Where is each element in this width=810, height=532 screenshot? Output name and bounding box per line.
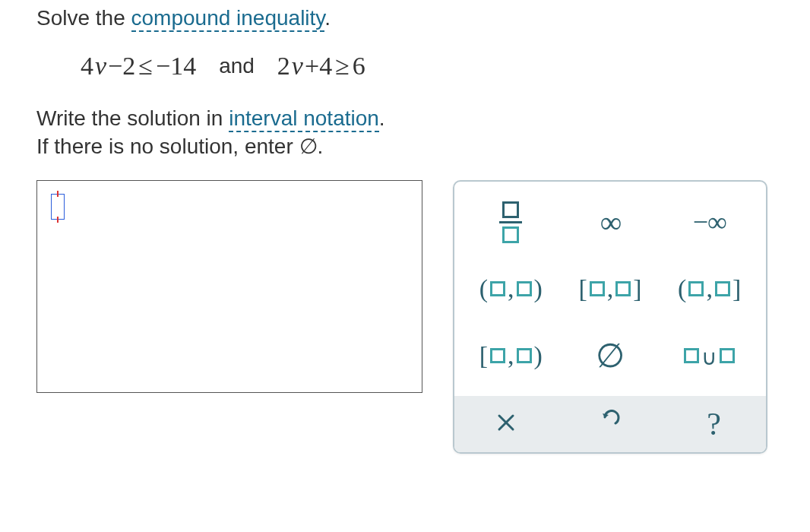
pad-closed-open-button[interactable]: [,): [468, 329, 554, 382]
help-icon: ?: [707, 406, 721, 442]
pad-fraction-button[interactable]: [468, 195, 554, 249]
instr2-a: Write the solution in: [36, 106, 229, 130]
closed-open-icon: [,): [479, 341, 543, 370]
instr2-b: .: [379, 106, 385, 130]
pad-infinity-button[interactable]: ∞: [568, 195, 653, 249]
math-joiner: and: [219, 54, 255, 78]
pad-undo-button[interactable]: [558, 396, 663, 452]
pad-open-open-button[interactable]: (,): [468, 262, 554, 315]
union-icon: ∪: [684, 344, 735, 369]
instruction-line-2: Write the solution in interval notation.: [36, 106, 774, 131]
expr1: 4v−2≤−14: [79, 52, 198, 81]
undo-icon: [599, 410, 622, 439]
prompt-text-before: Solve the: [36, 6, 131, 30]
prompt-line-1: Solve the compound inequality.: [36, 6, 774, 30]
pad-clear-button[interactable]: [454, 396, 558, 452]
pad-closed-closed-button[interactable]: [,]: [568, 262, 653, 315]
prompt-text-after: .: [324, 6, 331, 30]
fraction-icon: [499, 201, 522, 243]
pad-open-closed-button[interactable]: (,]: [666, 262, 752, 315]
pad-help-button[interactable]: ?: [662, 396, 766, 452]
answer-input[interactable]: [36, 180, 422, 393]
x-icon: [496, 410, 516, 439]
pad-neg-infinity-button[interactable]: −∞: [666, 195, 752, 249]
pad-empty-set-button[interactable]: ∅: [568, 329, 653, 382]
closed-closed-icon: [,]: [578, 274, 641, 303]
symbol-pad: ∞ −∞ (,) [,] (,]: [453, 180, 767, 454]
link-compound-inequality[interactable]: compound inequality: [131, 6, 325, 32]
instruction-line-3: If there is no solution, enter ∅.: [36, 134, 774, 159]
input-cursor: [51, 194, 65, 220]
open-closed-icon: (,]: [678, 274, 741, 303]
expr2: 2v+4≥6: [276, 52, 367, 81]
link-interval-notation[interactable]: interval notation: [229, 106, 379, 132]
math-expression: 4v−2≤−14 and 2v+4≥6: [79, 52, 774, 81]
pad-union-button[interactable]: ∪: [666, 329, 752, 382]
open-open-icon: (,): [479, 274, 543, 303]
